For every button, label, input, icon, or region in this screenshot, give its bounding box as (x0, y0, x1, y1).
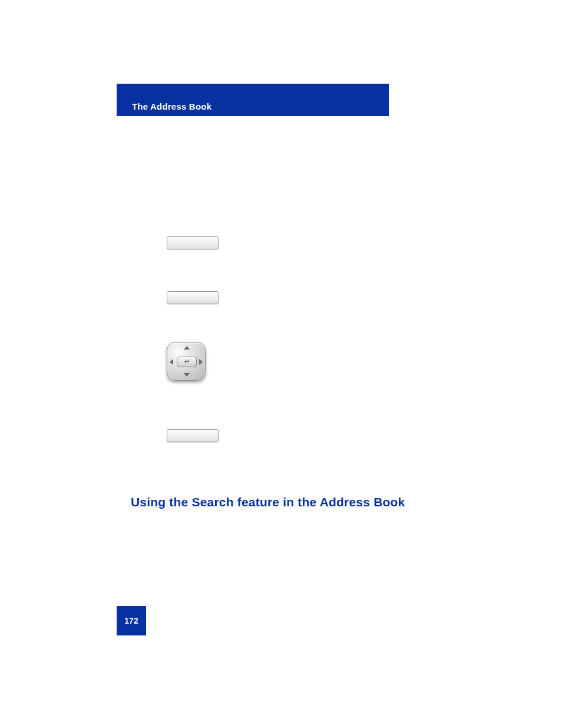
header-title: The Address Book (132, 101, 211, 111)
section-heading: Using the Search feature in the Address … (131, 495, 405, 509)
nav-arrow-left-icon (170, 359, 173, 365)
nav-arrow-down-icon (184, 373, 190, 377)
softkey-button-2 (167, 291, 219, 304)
header-bar: The Address Book (117, 84, 389, 116)
page-number-box: 172 (117, 606, 146, 635)
nav-arrow-up-icon (184, 346, 190, 350)
page-number: 172 (124, 616, 138, 625)
nav-enter-button-icon (177, 357, 197, 367)
document-page: The Address Book Using the Search featur… (0, 0, 562, 728)
softkey-button-1 (167, 236, 219, 249)
navigation-key-icon (167, 342, 206, 381)
nav-arrow-right-icon (199, 359, 203, 365)
softkey-button-3 (167, 429, 219, 442)
